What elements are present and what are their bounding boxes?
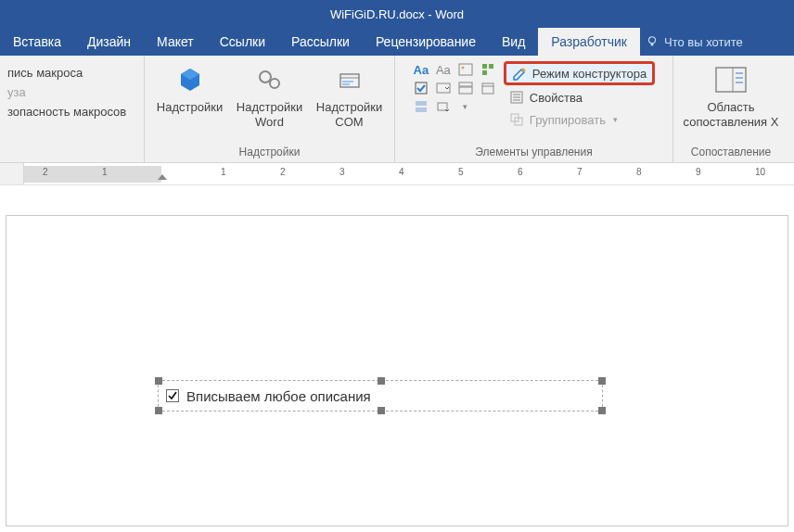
- svg-rect-4: [340, 74, 359, 87]
- svg-rect-16: [459, 87, 472, 94]
- legacy-dropdown-icon[interactable]: ▾: [457, 98, 474, 115]
- svg-rect-19: [416, 101, 427, 106]
- repeating-section-icon[interactable]: [413, 98, 429, 115]
- properties-button[interactable]: Свойства: [504, 87, 655, 108]
- xml-mapping-pane-button[interactable]: Область сопоставления X: [679, 59, 783, 141]
- com-icon: [335, 63, 365, 96]
- svg-rect-1: [651, 44, 654, 46]
- svg-rect-12: [482, 70, 487, 75]
- group-addins-label: Надстройки: [150, 144, 389, 162]
- resize-handle[interactable]: [155, 377, 162, 385]
- tab-design[interactable]: Дизайн: [74, 28, 144, 56]
- indent-marker[interactable]: [158, 174, 167, 180]
- resize-handle[interactable]: [378, 377, 385, 385]
- svg-rect-15: [459, 82, 472, 86]
- mapping-pane-icon: [714, 63, 748, 96]
- combobox-control-icon[interactable]: [435, 80, 452, 96]
- plain-text-control-icon[interactable]: Aa: [435, 61, 452, 78]
- checkbox-control[interactable]: [166, 389, 179, 402]
- chevron-down-icon: ▾: [613, 115, 618, 124]
- ribbon: пись макроса уза зопасность макросов Над…: [0, 56, 794, 163]
- tab-layout[interactable]: Макет: [144, 28, 207, 56]
- group-code-label: [6, 144, 138, 162]
- svg-point-9: [461, 67, 464, 70]
- group-controls: Aa Aa ▾: [395, 56, 673, 162]
- control-placeholder-text[interactable]: Вписываем любое описания: [186, 388, 371, 404]
- tab-mailings[interactable]: Рассылки: [278, 28, 363, 56]
- building-block-control-icon[interactable]: [480, 61, 496, 78]
- group-code: пись макроса уза зопасность макросов: [0, 56, 145, 162]
- horizontal-ruler[interactable]: 2 1 1 2 3 4 5 6 7 8 9 10: [0, 163, 794, 185]
- title-bar: WiFiGiD.RU.docx - Word: [0, 0, 794, 28]
- addins-button[interactable]: Надстройки: [150, 59, 230, 141]
- svg-rect-10: [482, 64, 487, 69]
- ruler-corner: [0, 163, 24, 184]
- resize-handle[interactable]: [378, 407, 385, 414]
- group-controls-label: Элементы управления: [401, 144, 667, 162]
- checkmark-icon: [168, 391, 177, 400]
- svg-rect-28: [716, 68, 746, 92]
- group-button: Группировать ▾: [504, 109, 655, 130]
- design-mode-button[interactable]: Режим конструктора: [504, 61, 655, 85]
- tab-view[interactable]: Вид: [489, 28, 538, 56]
- group-mapping: Область сопоставления X Сопоставление: [673, 56, 788, 162]
- content-control[interactable]: Вписываем любое описания: [158, 380, 603, 412]
- resize-handle[interactable]: [598, 407, 606, 414]
- svg-rect-8: [459, 64, 472, 75]
- legacy-tools-icon[interactable]: [435, 98, 452, 115]
- record-macro-button[interactable]: пись макроса: [6, 63, 84, 82]
- controls-gallery: Aa Aa ▾: [411, 59, 500, 115]
- word-addins-button[interactable]: Надстройки Word: [230, 59, 310, 141]
- document-page[interactable]: [6, 215, 788, 526]
- dropdown-control-icon[interactable]: [457, 80, 474, 96]
- gear-icon: [255, 63, 285, 96]
- group-mapping-label: Сопоставление: [679, 144, 783, 162]
- group-addins: Надстройки Надстройки Word Надстройки CO…: [145, 56, 395, 162]
- resize-handle[interactable]: [598, 377, 606, 385]
- tab-insert[interactable]: Вставка: [0, 28, 74, 56]
- date-picker-control-icon[interactable]: [480, 80, 496, 96]
- rich-text-control-icon[interactable]: Aa: [413, 61, 429, 78]
- addins-icon: [175, 63, 205, 96]
- macro-security-button[interactable]: зопасность макросов: [6, 102, 128, 121]
- tell-me-search[interactable]: Что вы хотите: [646, 35, 743, 49]
- tab-review[interactable]: Рецензирование: [363, 28, 489, 56]
- design-mode-icon: [512, 66, 527, 81]
- svg-point-2: [260, 71, 271, 82]
- tab-references[interactable]: Ссылки: [207, 28, 278, 56]
- lightbulb-icon: [646, 35, 659, 48]
- window-title: WiFiGiD.RU.docx - Word: [330, 7, 464, 21]
- tab-developer[interactable]: Разработчик: [538, 28, 640, 56]
- picture-control-icon[interactable]: [457, 61, 474, 78]
- svg-point-0: [648, 37, 655, 44]
- group-icon: [509, 112, 524, 127]
- properties-icon: [509, 90, 524, 105]
- svg-rect-11: [489, 64, 493, 69]
- svg-rect-17: [482, 83, 493, 94]
- pause-recording-button: уза: [6, 82, 28, 102]
- com-addins-button[interactable]: Надстройки COM: [310, 59, 390, 141]
- svg-point-3: [270, 79, 279, 88]
- svg-rect-20: [416, 108, 427, 112]
- resize-handle[interactable]: [155, 407, 162, 414]
- svg-rect-13: [416, 82, 427, 94]
- checkbox-control-icon[interactable]: [413, 80, 429, 96]
- ribbon-tabs: Вставка Дизайн Макет Ссылки Рассылки Рец…: [0, 28, 794, 56]
